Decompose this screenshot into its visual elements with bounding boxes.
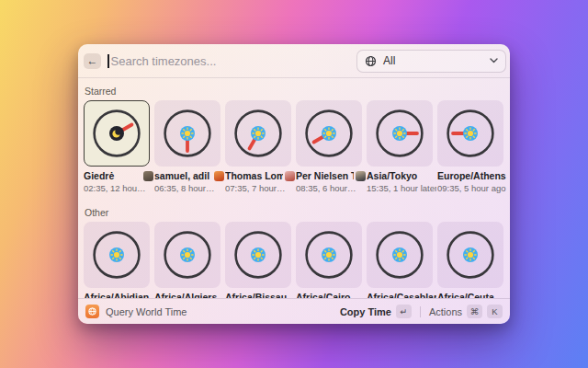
avatar	[214, 171, 224, 181]
timezone-card[interactable]	[225, 100, 291, 167]
timezone-card[interactable]	[437, 100, 503, 167]
avatar	[356, 171, 366, 181]
timezone-item: samuel, adil 06:35, 8 hour…	[154, 100, 220, 194]
clock-face	[446, 230, 495, 280]
timezone-caption: Africa/Bissau	[225, 292, 295, 298]
timezone-caption: Africa/Algiers	[154, 292, 224, 298]
arrow-left-icon: ←	[87, 54, 98, 67]
copy-time-button[interactable]: Copy Time ↵	[340, 305, 412, 318]
timezone-name: Africa/Abidjan	[84, 292, 153, 298]
timezone-caption: Africa/Ceuta	[437, 292, 507, 298]
timezone-name: Europe/Athens	[437, 170, 507, 181]
action-bar: Query World Time Copy Time ↵ Actions ⌘ K	[78, 298, 510, 324]
timezone-item: Africa/Algiers	[154, 222, 220, 298]
desktop: { "header": { "back_icon": "←", "search"…	[0, 0, 588, 368]
clock-face	[446, 109, 495, 158]
clock-face	[92, 230, 141, 280]
timezone-time-offset: 07:35, 7 hour…	[225, 183, 295, 194]
app-globe-icon	[85, 305, 99, 318]
app-name: Query World Time	[106, 306, 187, 317]
timezone-caption: Asia/Tokyo 15:35, 1 hour later	[367, 170, 436, 194]
clock-face	[92, 109, 141, 158]
sun-badge	[180, 247, 195, 262]
back-button[interactable]: ←	[84, 53, 101, 69]
text-caret	[107, 54, 109, 68]
timezone-item: Africa/Abidjan	[84, 222, 150, 298]
k-keycap: K	[487, 305, 503, 318]
sun-badge	[463, 247, 478, 262]
timezone-caption: samuel, adil 06:35, 8 hour…	[154, 170, 224, 194]
search-header: ← Search timezones... All	[78, 44, 510, 78]
clock-face	[163, 109, 212, 158]
sun-badge	[322, 247, 336, 262]
sun-badge	[251, 247, 266, 262]
timezone-time-offset: 09:35, 5 hour ago	[437, 183, 507, 194]
timezone-item: Asia/Tokyo 15:35, 1 hour later	[367, 100, 433, 194]
timezone-name: samuel, adil	[154, 170, 212, 181]
timezone-caption: Per Nielsen Ti… 08:35, 6 hour…	[296, 170, 366, 194]
search-placeholder: Search timezones...	[111, 54, 217, 68]
globe-icon	[365, 55, 377, 67]
chevron-down-icon	[490, 58, 498, 63]
filter-dropdown[interactable]: All	[356, 50, 506, 73]
search-input[interactable]: Search timezones...	[107, 54, 356, 68]
timezone-item: Thomas Lom… 07:35, 7 hour…	[225, 100, 291, 194]
clock-face	[163, 230, 212, 280]
clock-face	[375, 109, 424, 158]
timezone-item: Africa/Ceuta	[437, 222, 503, 298]
timezone-item: Africa/Cairo	[296, 222, 362, 298]
clock-face	[304, 230, 354, 280]
moon-badge	[109, 126, 124, 141]
timezone-name: Africa/Casablanca	[367, 292, 436, 298]
footer-divider	[420, 306, 421, 317]
clock-face	[233, 230, 283, 280]
timezone-name: Giedrė	[84, 170, 141, 181]
timezone-card[interactable]	[154, 100, 220, 167]
section-label-starred: Starred	[85, 86, 504, 97]
timezone-name: Asia/Tokyo	[367, 170, 436, 181]
copy-time-label: Copy Time	[340, 306, 391, 317]
actions-button[interactable]: Actions ⌘ K	[429, 305, 503, 318]
timezone-item: Europe/Athens 09:35, 5 hour ago	[437, 100, 503, 194]
timezone-caption: Africa/Casablanca	[367, 292, 436, 298]
clock-face	[233, 109, 283, 158]
timezone-card[interactable]	[84, 222, 150, 288]
timezone-name: Thomas Lom…	[225, 170, 283, 181]
timezone-caption: Thomas Lom… 07:35, 7 hour…	[225, 170, 295, 194]
avatar	[285, 171, 295, 181]
section-label-other: Other	[85, 207, 504, 218]
timezone-card[interactable]	[154, 222, 220, 288]
timezone-name: Africa/Bissau	[225, 292, 295, 298]
timezone-name: Africa/Cairo	[296, 292, 366, 298]
timezone-time-offset: 08:35, 6 hour…	[296, 183, 366, 194]
timezone-card[interactable]	[367, 222, 433, 288]
timezone-name: Africa/Algiers	[154, 292, 224, 298]
timezone-name: Africa/Ceuta	[437, 292, 507, 298]
timezone-caption: Africa/Abidjan	[84, 292, 153, 298]
sun-badge	[392, 247, 407, 262]
clock-face	[304, 109, 354, 158]
timezone-item: Africa/Bissau	[225, 222, 291, 298]
timezone-card[interactable]	[437, 222, 503, 288]
timezone-time-offset: 06:35, 8 hour…	[154, 183, 224, 194]
timezone-caption: Africa/Cairo	[296, 292, 366, 298]
starred-grid: Giedrė 02:35, 12 hou…	[84, 100, 504, 194]
cmd-keycap: ⌘	[467, 305, 482, 318]
other-grid: Africa/Abidjan	[84, 222, 504, 298]
footer-actions: Copy Time ↵ Actions ⌘ K	[340, 305, 503, 318]
sun-badge	[251, 126, 266, 141]
timezone-list: Starred Giedrė 02:35, 12 hou…	[78, 78, 510, 298]
timezone-card[interactable]	[84, 100, 150, 167]
timezone-item: Giedrė 02:35, 12 hou…	[84, 100, 150, 194]
raycast-window: ← Search timezones... All Starred	[78, 44, 510, 324]
timezone-item: Africa/Casablanca	[367, 222, 433, 298]
timezone-card[interactable]	[296, 222, 362, 288]
avatar	[143, 171, 153, 181]
actions-label: Actions	[429, 306, 462, 317]
timezone-card[interactable]	[225, 222, 291, 288]
timezone-item: Per Nielsen Ti… 08:35, 6 hour…	[296, 100, 362, 194]
clock-face	[375, 230, 424, 280]
timezone-card[interactable]	[296, 100, 362, 167]
timezone-card[interactable]	[367, 100, 433, 167]
timezone-time-offset: 15:35, 1 hour later	[367, 183, 436, 194]
